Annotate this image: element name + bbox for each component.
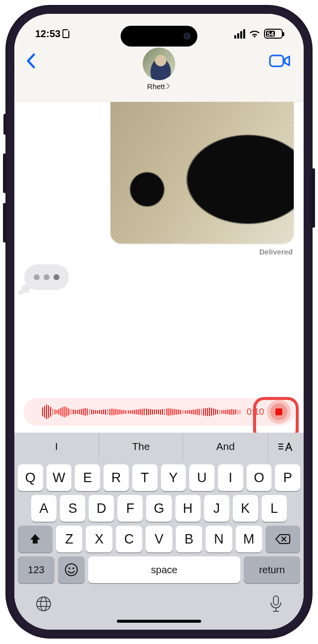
svg-point-3 [72,567,74,569]
screen: 12:53 54 [14,14,304,630]
wave-bar [101,410,102,414]
wave-bar [95,410,96,414]
battery-level: 54 [267,30,274,38]
dictation-key[interactable] [269,595,283,613]
key-e[interactable]: E [75,464,100,491]
svg-point-2 [68,567,70,569]
wave-bar [142,409,143,415]
wave-bar [191,410,192,414]
suggestion-3[interactable]: And [183,433,268,460]
typing-dot-icon [44,274,50,280]
key-a[interactable]: A [31,495,56,522]
key-g[interactable]: G [146,495,171,522]
wave-bar [113,409,114,415]
wave-bar [121,410,122,414]
wave-bar [68,408,69,415]
wave-bar [46,404,47,419]
wave-bar [58,409,59,415]
space-key[interactable]: space [88,556,240,583]
wave-bar [199,409,200,415]
key-v[interactable]: V [146,526,172,552]
suggestion-2[interactable]: The [99,433,184,460]
wave-bar [130,410,131,414]
key-t[interactable]: T [132,464,158,491]
key-b[interactable]: B [176,526,202,552]
numbers-key[interactable]: 123 [18,556,54,583]
keyboard: I The And QWERTYUIOP ASDFGHJKL ZXCVBNM [14,433,304,630]
contact-button[interactable]: Rhett [143,48,175,91]
text-format-button[interactable] [268,433,304,460]
delete-key[interactable] [265,526,300,552]
wave-bar [213,408,214,415]
contact-name-label: Rhett [147,82,165,91]
stop-recording-button[interactable] [267,400,291,424]
wave-bar [152,409,153,415]
key-c[interactable]: C [116,526,142,552]
wave-bar [146,408,147,415]
text-format-icon [278,441,294,452]
wave-bar [219,410,220,414]
key-l[interactable]: L [262,495,287,522]
battery-icon: 54 [264,29,283,39]
wave-bar [189,410,190,414]
key-p[interactable]: P [275,464,300,491]
wave-bar [154,409,155,414]
wave-bar [215,409,216,415]
wave-bar [64,406,65,417]
key-k[interactable]: K [233,495,258,522]
wave-bar [187,410,188,414]
chevron-left-icon [25,53,36,68]
wave-bar [103,409,104,414]
key-w[interactable]: W [47,464,72,491]
svg-rect-0 [270,55,283,66]
key-f[interactable]: F [117,495,143,522]
key-u[interactable]: U [189,464,214,491]
wave-bar [109,409,110,415]
wave-bar [134,410,135,414]
key-h[interactable]: H [175,495,201,522]
wave-bar [180,410,181,414]
key-o[interactable]: O [247,464,272,491]
wave-bar [83,408,84,415]
audio-recording-bubble: 0:10 [23,398,295,426]
wave-bar [50,407,51,417]
key-n[interactable]: N [206,526,232,552]
home-indicator[interactable] [117,620,201,623]
audio-compose-row: 0:10 [14,392,304,433]
messages-area[interactable]: Delivered 0:10 [14,102,304,433]
key-row-3: ZXCVBNM [14,522,304,552]
message-scroll[interactable]: Delivered [14,102,304,392]
key-d[interactable]: D [89,495,114,522]
wave-bar [162,409,163,415]
globe-key[interactable] [35,595,52,612]
globe-icon [35,595,52,612]
sent-image-bubble[interactable] [110,102,294,244]
return-key[interactable]: return [244,556,300,583]
emoji-key[interactable] [58,556,85,583]
status-left: 12:53 [35,28,69,40]
key-r[interactable]: R [104,464,129,491]
wave-bar [238,410,239,414]
key-x[interactable]: X [86,526,112,552]
key-row-1: QWERTYUIOP [14,460,304,491]
key-j[interactable]: J [204,495,229,522]
suggestion-1[interactable]: I [14,433,99,460]
wave-bar [156,409,157,414]
wave-bar [128,410,129,414]
facetime-button[interactable] [264,49,296,75]
stop-icon [275,408,282,415]
key-i[interactable]: I [218,464,243,491]
key-s[interactable]: S [60,495,85,522]
shift-icon [29,533,42,545]
key-m[interactable]: M [236,526,262,552]
suggestion-bar: I The And [14,433,304,460]
wave-bar [193,409,194,414]
wave-bar [107,409,108,415]
key-y[interactable]: Y [161,464,186,491]
key-z[interactable]: Z [56,526,82,552]
key-q[interactable]: Q [18,464,43,491]
shift-key[interactable] [18,526,53,552]
wave-bar [211,408,212,416]
wave-bar [62,407,63,417]
back-button[interactable] [22,49,39,75]
